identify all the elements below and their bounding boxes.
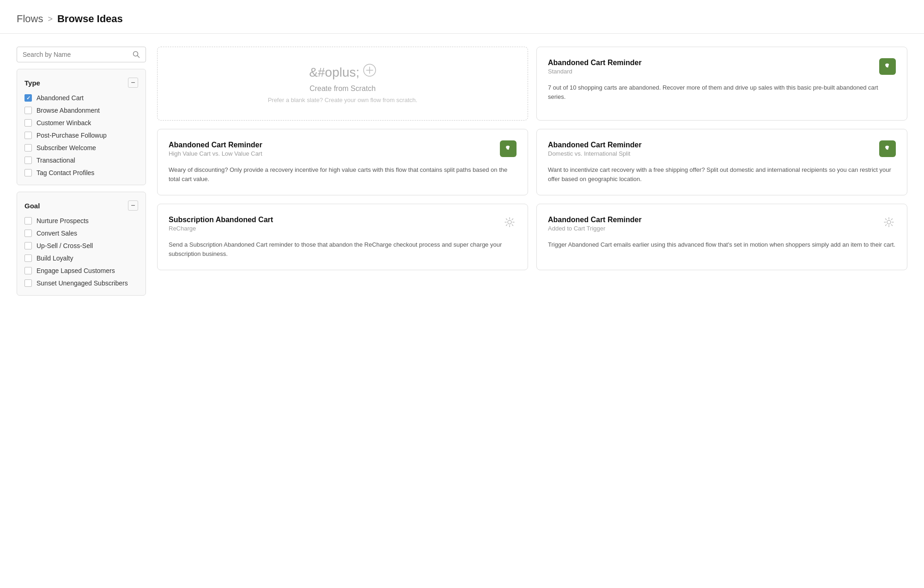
flow-card-1[interactable]: Abandoned Cart Reminder High Value Cart … (157, 129, 528, 195)
card-subtitle-2: Domestic vs. International Split (548, 150, 642, 157)
flow-card-3[interactable]: Subscription Abandoned Cart ReCharge Sen… (157, 204, 528, 270)
svg-point-8 (508, 220, 511, 224)
type-filter-item-6[interactable]: Tag Contact Profiles (24, 169, 138, 176)
card-desc-2: Want to incentivize cart recovery with a… (548, 165, 896, 184)
type-filter-label-6: Tag Contact Profiles (36, 169, 94, 176)
svg-line-1 (138, 56, 140, 58)
type-filter-item-4[interactable]: Subscriber Welcome (24, 144, 138, 152)
card-desc-1: Weary of discounting? Only provide a rec… (169, 165, 517, 184)
card-title-0: Abandoned Cart Reminder (548, 58, 642, 68)
type-checkbox-2[interactable] (24, 119, 32, 127)
type-filter-label-0: Abandoned Cart (36, 94, 84, 102)
goal-filter-label-5: Sunset Unengaged Subscribers (36, 279, 128, 287)
gear-icon-4 (882, 215, 896, 229)
goal-filter-item-5[interactable]: Sunset Unengaged Subscribers (24, 279, 138, 287)
breadcrumb-separator: > (48, 14, 53, 24)
card-desc-3: Send a Subscription Abandoned Cart remin… (169, 240, 517, 259)
type-checkbox-5[interactable] (24, 157, 32, 164)
breadcrumb-flows[interactable]: Flows (17, 13, 43, 25)
card-title-4: Abandoned Cart Reminder (548, 215, 642, 225)
flow-card-4[interactable]: Abandoned Cart Reminder Added to Cart Tr… (536, 204, 907, 270)
search-input[interactable] (23, 51, 129, 58)
breadcrumb-current: Browse Ideas (57, 13, 123, 25)
goal-filter-label-3: Build Loyalty (36, 255, 73, 262)
gear-icon-3 (503, 215, 517, 229)
type-filter-label-4: Subscriber Welcome (36, 144, 96, 152)
goal-filter-items: Nurture ProspectsConvert SalesUp-Sell / … (24, 217, 138, 287)
type-filter-item-1[interactable]: Browse Abandonment (24, 107, 138, 114)
type-filter-title: Type (24, 79, 40, 87)
type-filter-label-2: Customer Winback (36, 119, 91, 127)
page-body: Type − Abandoned CartBrowse AbandonmentC… (0, 34, 924, 309)
card-subtitle-3: ReCharge (169, 225, 273, 232)
type-checkbox-3[interactable] (24, 132, 32, 139)
flow-card-0[interactable]: Abandoned Cart Reminder Standard 7 out o… (536, 47, 907, 121)
type-filter-items: Abandoned CartBrowse AbandonmentCustomer… (24, 94, 138, 176)
card-header-3: Subscription Abandoned Cart ReCharge (169, 215, 517, 237)
goal-checkbox-3[interactable] (24, 255, 32, 262)
page-header: Flows > Browse Ideas (0, 0, 924, 34)
goal-filter-label-4: Engage Lapsed Customers (36, 267, 115, 274)
type-filter-collapse-btn[interactable]: − (128, 78, 138, 88)
flow-card-2[interactable]: Abandoned Cart Reminder Domestic vs. Int… (536, 129, 907, 195)
search-box[interactable] (17, 47, 146, 62)
card-desc-4: Trigger Abandoned Cart emails earlier us… (548, 240, 896, 249)
card-header-4: Abandoned Cart Reminder Added to Cart Tr… (548, 215, 896, 237)
goal-filter-collapse-btn[interactable]: − (128, 200, 138, 211)
goal-filter-item-2[interactable]: Up-Sell / Cross-Sell (24, 242, 138, 249)
shopify-icon-2 (879, 140, 896, 157)
svg-point-9 (887, 220, 891, 224)
card-title-2: Abandoned Cart Reminder (548, 140, 642, 150)
card-header-2: Abandoned Cart Reminder Domestic vs. Int… (548, 140, 896, 163)
type-filter-label-5: Transactional (36, 157, 75, 164)
plus-circle-icon: &#oplus; (309, 64, 376, 80)
type-filter-item-2[interactable]: Customer Winback (24, 119, 138, 127)
breadcrumb: Flows > Browse Ideas (17, 13, 907, 25)
goal-filter-label-1: Convert Sales (36, 230, 77, 237)
create-scratch-desc: Prefer a blank slate? Create your own fl… (268, 97, 418, 103)
goal-filter-panel: Goal − Nurture ProspectsConvert SalesUp-… (17, 192, 146, 296)
goal-filter-label-2: Up-Sell / Cross-Sell (36, 242, 93, 249)
card-header-1: Abandoned Cart Reminder High Value Cart … (169, 140, 517, 163)
type-filter-label-3: Post-Purchase Followup (36, 132, 107, 139)
goal-filter-header: Goal − (24, 200, 138, 211)
type-filter-label-1: Browse Abandonment (36, 107, 100, 114)
card-title-3: Subscription Abandoned Cart (169, 215, 273, 225)
type-filter-item-3[interactable]: Post-Purchase Followup (24, 132, 138, 139)
card-subtitle-4: Added to Cart Trigger (548, 225, 642, 232)
card-subtitle-0: Standard (548, 68, 642, 75)
goal-filter-item-4[interactable]: Engage Lapsed Customers (24, 267, 138, 274)
shopify-icon-1 (500, 140, 517, 157)
main-content: &#oplus; Create from Scratch Prefer a bl… (157, 47, 907, 296)
search-icon (133, 51, 140, 58)
type-filter-item-5[interactable]: Transactional (24, 157, 138, 164)
type-checkbox-6[interactable] (24, 169, 32, 176)
card-subtitle-1: High Value Cart vs. Low Value Cart (169, 150, 262, 157)
goal-checkbox-1[interactable] (24, 230, 32, 237)
type-checkbox-1[interactable] (24, 107, 32, 114)
goal-filter-item-3[interactable]: Build Loyalty (24, 255, 138, 262)
card-header-0: Abandoned Cart Reminder Standard (548, 58, 896, 80)
type-filter-header: Type − (24, 78, 138, 88)
type-filter-item-0[interactable]: Abandoned Cart (24, 94, 138, 102)
goal-checkbox-5[interactable] (24, 279, 32, 287)
goal-filter-label-0: Nurture Prospects (36, 217, 89, 224)
goal-filter-item-1[interactable]: Convert Sales (24, 230, 138, 237)
goal-filter-title: Goal (24, 202, 40, 210)
create-scratch-title: Create from Scratch (310, 85, 376, 93)
goal-checkbox-4[interactable] (24, 267, 32, 274)
card-desc-0: 7 out of 10 shopping carts are abandoned… (548, 83, 896, 102)
type-checkbox-0[interactable] (24, 94, 32, 102)
create-from-scratch-card[interactable]: &#oplus; Create from Scratch Prefer a bl… (157, 47, 528, 121)
type-filter-panel: Type − Abandoned CartBrowse AbandonmentC… (17, 69, 146, 185)
goal-filter-item-0[interactable]: Nurture Prospects (24, 217, 138, 224)
goal-checkbox-0[interactable] (24, 217, 32, 224)
type-checkbox-4[interactable] (24, 144, 32, 152)
sidebar: Type − Abandoned CartBrowse AbandonmentC… (17, 47, 146, 296)
shopify-icon-0 (879, 58, 896, 75)
card-title-1: Abandoned Cart Reminder (169, 140, 262, 150)
goal-checkbox-2[interactable] (24, 242, 32, 249)
